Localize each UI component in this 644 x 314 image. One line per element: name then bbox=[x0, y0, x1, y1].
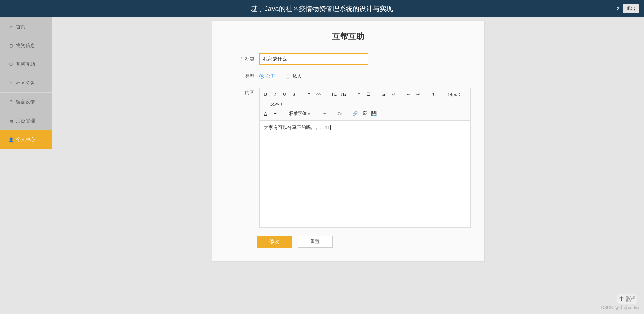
editor-body[interactable]: 大家有可以分享下的吗。。。11 bbox=[259, 120, 471, 228]
sidebar-item-profile[interactable]: 👤 个人中心 bbox=[0, 130, 52, 149]
font-size-select[interactable]: 14px ▲▼ bbox=[446, 91, 463, 98]
sidebar-item-label: 首页 bbox=[16, 24, 26, 30]
form-row-type: 类型 公开 私人 bbox=[226, 73, 471, 79]
logout-button[interactable]: 退出 bbox=[623, 4, 639, 13]
image-icon[interactable]: 🖼 bbox=[361, 110, 368, 117]
title-input[interactable] bbox=[259, 53, 368, 65]
sidebar-item-label: 物资信息 bbox=[16, 43, 35, 49]
sort-icon: ▲▼ bbox=[458, 93, 461, 96]
user-indicator: 2 bbox=[617, 6, 620, 11]
form-row-content: 内容 B I U S ❝ </> H₁ H₂ ≡ bbox=[226, 88, 471, 228]
radio-icon bbox=[259, 74, 264, 79]
text-color-icon[interactable]: A bbox=[262, 110, 269, 117]
sort-icon: ▲▼ bbox=[308, 112, 310, 115]
underline-icon[interactable]: U bbox=[281, 91, 288, 98]
quote-icon[interactable]: ❝ bbox=[306, 91, 313, 98]
indent-increase-icon[interactable]: ⇥ bbox=[415, 91, 422, 98]
sidebar-item-label: 个人中心 bbox=[16, 137, 35, 143]
strikethrough-icon[interactable]: S bbox=[291, 91, 297, 98]
sidebar-item-feedback[interactable]: ? 留言反馈 bbox=[0, 93, 52, 111]
editor-toolbar: B I U S ❝ </> H₁ H₂ ≡ ☰ x₂ bbox=[259, 88, 471, 120]
form-row-title: * 标题 bbox=[226, 53, 471, 65]
bold-icon[interactable]: B bbox=[262, 91, 269, 98]
sidebar: ☆ 首页 ▢ 物资信息 ⓘ 互帮互助 ? 社区公告 ? 留言反馈 ▤ 后台管理 … bbox=[0, 17, 52, 274]
sidebar-item-label: 社区公告 bbox=[16, 80, 35, 86]
user-icon: 👤 bbox=[9, 137, 13, 142]
align-icon[interactable]: ≡ bbox=[321, 110, 328, 117]
save-icon[interactable]: 💾 bbox=[370, 110, 377, 117]
help-icon: ? bbox=[9, 100, 13, 104]
file-icon: ▤ bbox=[9, 119, 13, 123]
reset-button[interactable]: 重置 bbox=[298, 236, 333, 248]
required-asterisk: * bbox=[241, 56, 242, 61]
sidebar-item-announcement[interactable]: ? 社区公告 bbox=[0, 74, 52, 93]
form-container: 互帮互助 * 标题 类型 公开 私人 内容 bbox=[212, 21, 484, 261]
text-format-select[interactable]: 文本 ▲▼ bbox=[268, 100, 285, 108]
button-row: 修改 重置 bbox=[226, 236, 471, 248]
title-label: * 标题 bbox=[226, 56, 259, 62]
clear-format-icon[interactable]: Tₓ bbox=[336, 110, 343, 117]
superscript-icon[interactable]: x² bbox=[390, 91, 397, 98]
radio-label-private: 私人 bbox=[292, 73, 302, 79]
ordered-list-icon[interactable]: ≡ bbox=[356, 91, 362, 98]
sidebar-item-label: 互帮互助 bbox=[16, 61, 35, 68]
header-title: 基于Java的社区疫情物资管理系统的设计与实现 bbox=[251, 4, 393, 13]
code-icon[interactable]: </> bbox=[315, 91, 322, 98]
header-right: 2 退出 bbox=[617, 4, 639, 13]
help-icon: ? bbox=[9, 81, 13, 86]
sort-icon: ▲▼ bbox=[281, 102, 283, 106]
sidebar-item-help[interactable]: ⓘ 互帮互助 bbox=[0, 55, 52, 74]
direction-icon[interactable]: ¶ bbox=[430, 91, 437, 98]
unordered-list-icon[interactable]: ☰ bbox=[365, 91, 372, 98]
sidebar-item-admin[interactable]: ▤ 后台管理 bbox=[0, 111, 52, 130]
main-content: 互帮互助 * 标题 类型 公开 私人 内容 bbox=[52, 17, 644, 274]
h1-icon[interactable]: H₁ bbox=[331, 91, 338, 98]
radio-label-public: 公开 bbox=[266, 73, 276, 79]
sidebar-item-label: 后台管理 bbox=[16, 118, 35, 124]
info-icon: ⓘ bbox=[9, 62, 13, 67]
radio-icon bbox=[286, 74, 290, 79]
content-label: 内容 bbox=[226, 88, 259, 96]
radio-private[interactable]: 私人 bbox=[286, 73, 302, 79]
bg-color-icon[interactable]: ✦ bbox=[272, 110, 279, 117]
indent-decrease-icon[interactable]: ⇤ bbox=[405, 91, 412, 98]
sidebar-item-label: 留言反馈 bbox=[16, 99, 35, 105]
header: 基于Java的社区疫情物资管理系统的设计与实现 2 退出 bbox=[0, 0, 644, 17]
editor-content: 大家有可以分享下的吗。。。11 bbox=[264, 125, 466, 131]
font-family-select[interactable]: 标准字体 ▲▼ bbox=[287, 110, 312, 117]
link-icon[interactable]: 🔗 bbox=[352, 110, 358, 117]
star-icon: ☆ bbox=[9, 25, 13, 29]
sidebar-item-home[interactable]: ☆ 首页 bbox=[0, 17, 52, 36]
package-icon: ▢ bbox=[9, 43, 13, 48]
text-cursor bbox=[330, 125, 331, 130]
rich-editor: B I U S ❝ </> H₁ H₂ ≡ ☰ x₂ bbox=[259, 88, 471, 228]
h2-icon[interactable]: H₂ bbox=[340, 91, 347, 98]
subscript-icon[interactable]: x₂ bbox=[381, 91, 387, 98]
italic-icon[interactable]: I bbox=[272, 91, 279, 98]
radio-public[interactable]: 公开 bbox=[259, 73, 276, 79]
type-radio-group: 公开 私人 bbox=[259, 73, 302, 79]
submit-button[interactable]: 修改 bbox=[257, 236, 292, 248]
type-label: 类型 bbox=[226, 73, 259, 79]
sidebar-item-materials[interactable]: ▢ 物资信息 bbox=[0, 36, 52, 55]
form-title: 互帮互助 bbox=[226, 31, 471, 42]
